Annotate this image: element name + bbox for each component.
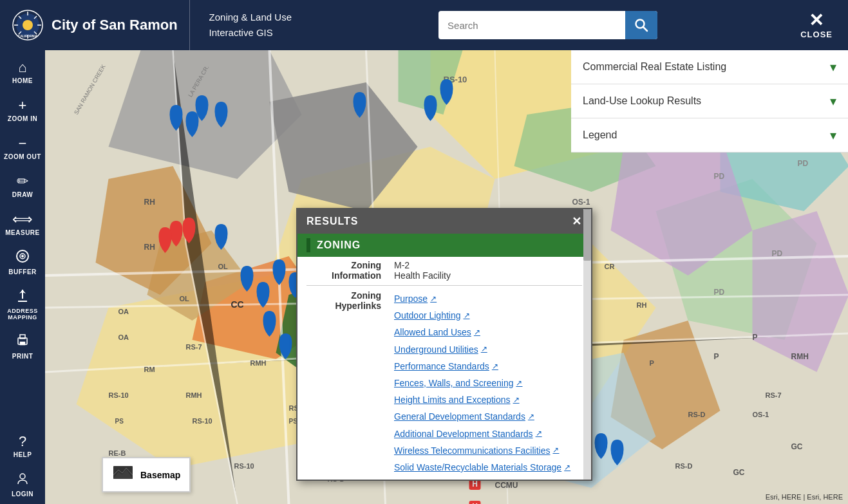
basemap-label: Basemap bbox=[140, 470, 180, 480]
close-icon: ✕ bbox=[809, 12, 824, 30]
search-button[interactable] bbox=[625, 11, 657, 39]
sidebar-item-measure[interactable]: ⟺ MEASURE bbox=[0, 205, 45, 243]
sidebar-item-buffer[interactable]: BUFFER bbox=[0, 243, 45, 282]
svg-text:PD: PD bbox=[772, 249, 783, 258]
panel-legend[interactable]: Legend ▾ bbox=[571, 118, 848, 153]
measure-icon: ⟺ bbox=[12, 211, 33, 228]
nav-zoning[interactable]: Zoning & Land Use bbox=[209, 10, 292, 25]
sidebar-label-help: HELP bbox=[14, 451, 32, 458]
table-row-zoning-info: ZoningInformation M-2 Health Facility bbox=[297, 257, 591, 284]
svg-text:RMH: RMH bbox=[250, 359, 267, 367]
svg-text:OA: OA bbox=[118, 333, 129, 341]
svg-text:CCMU: CCMU bbox=[495, 481, 518, 490]
results-header: RESULTS ✕ bbox=[297, 209, 591, 234]
basemap-icon bbox=[112, 463, 134, 486]
svg-point-16 bbox=[21, 255, 24, 257]
sidebar-item-help[interactable]: ? HELP bbox=[0, 427, 45, 465]
scrollbar[interactable] bbox=[583, 209, 591, 480]
sidebar-item-zoom-in[interactable]: + ZOOM IN bbox=[0, 91, 45, 129]
external-link-icon: ↗ bbox=[464, 309, 470, 323]
sidebar-item-address-mapping[interactable]: ADDRESS MAPPING bbox=[0, 282, 45, 327]
external-link-icon: ↗ bbox=[474, 326, 480, 340]
search-area bbox=[311, 11, 785, 39]
sidebar-label-zoom-in: ZOOM IN bbox=[8, 115, 37, 122]
svg-text:PD: PD bbox=[714, 288, 725, 297]
svg-text:RS-7: RS-7 bbox=[186, 343, 202, 351]
link-height-limits[interactable]: Height Limits and Exceptions ↗ bbox=[394, 392, 585, 408]
svg-text:CALIFORNIA: CALIFORNIA bbox=[18, 34, 38, 38]
sidebar-item-login[interactable]: LOGIN bbox=[0, 465, 45, 504]
close-button[interactable]: ✕ CLOSE bbox=[785, 0, 848, 50]
svg-text:P: P bbox=[714, 352, 719, 361]
svg-text:PD: PD bbox=[798, 159, 809, 168]
svg-text:PS: PS bbox=[115, 418, 124, 425]
svg-text:RH: RH bbox=[144, 243, 155, 252]
sidebar-item-home[interactable]: ⌂ HOME bbox=[0, 53, 45, 91]
svg-text:RMH: RMH bbox=[186, 391, 202, 399]
svg-text:OL: OL bbox=[180, 295, 190, 303]
zoning-info-value: M-2 Health Facility bbox=[388, 257, 591, 284]
svg-text:OA: OA bbox=[118, 308, 129, 315]
svg-point-10 bbox=[23, 20, 33, 30]
panel-land-use[interactable]: Land-Use Lookup Results ▾ bbox=[571, 84, 848, 118]
sidebar-label-buffer: BUFFER bbox=[8, 268, 37, 275]
svg-text:RS-10: RS-10 bbox=[234, 462, 254, 470]
link-fences-walls-screening[interactable]: Fences, Walls, and Screening ↗ bbox=[394, 375, 585, 391]
svg-text:P: P bbox=[650, 359, 654, 367]
results-section-label: ZONING bbox=[317, 239, 361, 251]
link-solid-waste[interactable]: Solid Waste/Recyclable Materials Storage… bbox=[394, 460, 585, 476]
sidebar-label-login: LOGIN bbox=[12, 490, 33, 498]
link-outdoor-lighting[interactable]: Outdoor Lighting ↗ bbox=[394, 308, 585, 324]
chevron-down-icon-3: ▾ bbox=[830, 127, 836, 143]
login-icon bbox=[15, 471, 30, 489]
sidebar-item-print[interactable]: PRINT bbox=[0, 327, 45, 366]
external-link-icon: ↗ bbox=[481, 342, 487, 357]
home-icon: ⌂ bbox=[18, 59, 26, 76]
svg-text:RS-7: RS-7 bbox=[766, 391, 782, 399]
sidebar-item-draw[interactable]: ✏ DRAW bbox=[0, 167, 45, 205]
svg-text:OS-1: OS-1 bbox=[753, 411, 769, 418]
print-icon bbox=[15, 333, 30, 351]
panel-commercial-real-estate[interactable]: Commercial Real Estate Listing ▾ bbox=[571, 50, 848, 84]
results-table: ZoningInformation M-2 Health Facility bbox=[297, 257, 591, 284]
link-allowed-land-uses[interactable]: Allowed Land Uses ↗ bbox=[394, 324, 585, 341]
sidebar-label-address-mapping: ADDRESS MAPPING bbox=[3, 308, 42, 321]
link-wireless-telecom[interactable]: Wireless Telecommunications Facilities ↗ bbox=[394, 443, 585, 459]
svg-text:CC: CC bbox=[231, 299, 244, 310]
scrollbar-thumb[interactable] bbox=[583, 209, 591, 261]
external-link-icon: ↗ bbox=[513, 393, 520, 407]
sidebar-item-zoom-out[interactable]: − ZOOM OUT bbox=[0, 129, 45, 167]
nav-links: Zoning & Land Use Interactive GIS bbox=[190, 0, 311, 50]
results-links-table: ZoningHyperlinks Purpose ↗ Outdoor Light… bbox=[297, 287, 591, 480]
svg-point-20 bbox=[20, 474, 25, 479]
svg-text:RE-B: RE-B bbox=[109, 449, 126, 457]
logo-area: CALIFORNIA City of San Ramon bbox=[0, 0, 190, 50]
results-section-zoning: ZONING bbox=[297, 234, 591, 257]
external-link-icon: ↗ bbox=[528, 410, 534, 424]
panel-label-legend: Legend bbox=[583, 129, 617, 141]
panel-label-commercial: Commercial Real Estate Listing bbox=[583, 61, 726, 73]
map[interactable]: RS-10 OS-1 OS-1 RS-10 RH RH OL OL OA OA … bbox=[45, 50, 848, 504]
external-link-icon: ↗ bbox=[430, 292, 437, 306]
svg-text:RMH: RMH bbox=[791, 352, 809, 361]
link-performance-standards[interactable]: Performance Standards ↗ bbox=[394, 359, 585, 375]
table-divider bbox=[306, 285, 582, 286]
link-additional-dev-standards[interactable]: Additional Development Standards ↗ bbox=[394, 426, 585, 442]
sidebar: ⌂ HOME + ZOOM IN − ZOOM OUT ✏ DRAW ⟺ MEA… bbox=[0, 50, 45, 504]
results-popup: RESULTS ✕ ZONING ZoningInformation M-2 H… bbox=[296, 208, 592, 481]
svg-text:RM: RM bbox=[144, 366, 155, 373]
svg-rect-19 bbox=[20, 342, 25, 345]
external-link-icon: ↗ bbox=[492, 360, 498, 374]
link-general-dev-standards[interactable]: General Development Standards ↗ bbox=[394, 409, 585, 425]
sidebar-label-zoom-out: ZOOM OUT bbox=[4, 153, 41, 160]
link-purpose[interactable]: Purpose ↗ bbox=[394, 291, 585, 307]
svg-text:RH: RH bbox=[637, 301, 647, 309]
zoning-hyperlinks-cell: Purpose ↗ Outdoor Lighting ↗ Allowed Lan… bbox=[388, 287, 591, 480]
header: CALIFORNIA City of San Ramon Zoning & La… bbox=[0, 0, 848, 50]
basemap-button[interactable]: Basemap bbox=[102, 457, 191, 492]
link-underground-utilities[interactable]: Underground Utilities ↗ bbox=[394, 342, 585, 358]
nav-gis[interactable]: Interactive GIS bbox=[209, 25, 292, 41]
sidebar-label-draw: DRAW bbox=[12, 191, 33, 198]
search-input[interactable] bbox=[438, 20, 625, 31]
results-close-button[interactable]: ✕ bbox=[572, 214, 582, 229]
